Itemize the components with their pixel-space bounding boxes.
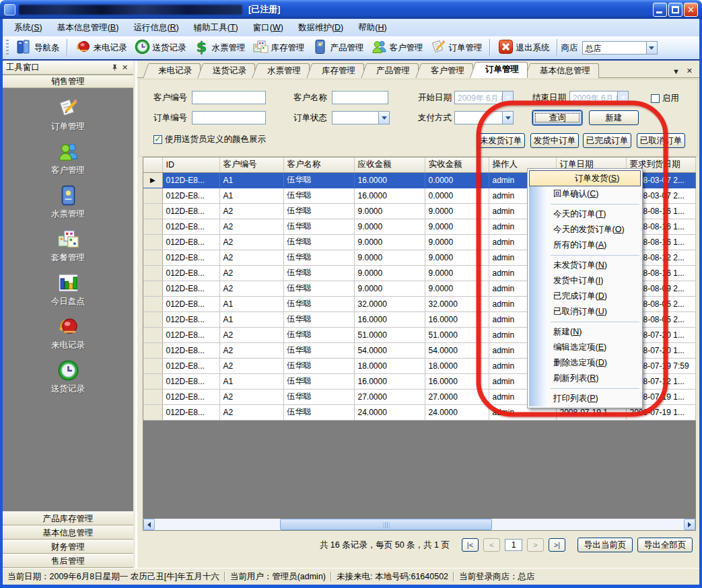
column-header-客户编号[interactable]: 客户编号 — [219, 157, 283, 172]
page-number-input[interactable] — [505, 539, 522, 551]
table-cell: 9.0000 — [425, 281, 489, 296]
tab-list-dropdown-icon[interactable]: ▼ — [672, 67, 680, 75]
menubar-item-T[interactable]: 辅助工具(T) — [186, 20, 246, 36]
close-button[interactable]: ✕ — [684, 3, 698, 17]
tab-基本信息管理[interactable]: 基本信息管理 — [530, 63, 599, 78]
export-current-page-button[interactable]: 导出当前页 — [577, 538, 633, 552]
sidebar-item-来电记录[interactable]: 来电记录 — [3, 315, 133, 351]
sidebar-group-sales[interactable]: 销售管理 — [3, 75, 133, 88]
pay-method-combo[interactable] — [454, 111, 514, 124]
query-button[interactable]: 查询 — [532, 110, 582, 125]
enable-checkbox[interactable]: 启用 — [651, 93, 679, 104]
toolbar-button-delivery-clock[interactable]: 送货记录 — [131, 37, 190, 59]
new-button[interactable]: 新建 — [589, 110, 639, 125]
sidebar-item-送货记录[interactable]: 送货记录 — [3, 359, 133, 395]
order-status-filter-button[interactable]: 发货中订单 — [530, 133, 579, 148]
context-menu-item-S[interactable]: 订单发货(S) — [529, 170, 641, 186]
context-menu-item-I[interactable]: 发货中订单(I) — [528, 273, 642, 289]
table-cell: 9.0000 — [354, 203, 425, 219]
tab-close-icon[interactable]: ✕ — [687, 67, 693, 75]
sidebar-group-售后管理[interactable]: 售后管理 — [3, 554, 133, 568]
next-page-button[interactable]: > — [527, 538, 544, 552]
tab-水票管理[interactable]: 水票管理 — [257, 63, 310, 78]
table-cell: 伍华聪 — [283, 234, 354, 250]
tab-客户管理[interactable]: 客户管理 — [421, 63, 473, 78]
customer-no-input[interactable] — [192, 91, 266, 104]
tab-订单管理[interactable]: 订单管理 — [475, 62, 528, 78]
toolbar-button-dollar[interactable]: $水票管理 — [190, 37, 249, 59]
scrollbar-thumb[interactable] — [280, 519, 492, 530]
menubar-item-W[interactable]: 窗口(W) — [246, 20, 291, 36]
menubar-item-D[interactable]: 数据维护(D) — [291, 20, 351, 36]
context-menu-item-O[interactable]: 今天的发货订单(O) — [528, 222, 642, 237]
scroll-left-arrow-icon[interactable] — [143, 519, 155, 530]
sidebar-item-今日盘点[interactable]: 今日盘点 — [3, 271, 133, 307]
chevron-down-icon[interactable] — [646, 42, 657, 54]
last-page-button[interactable]: >| — [549, 538, 565, 552]
close-panel-icon[interactable]: ✕ — [120, 63, 130, 73]
context-menu-item-D[interactable]: 已完成订单(D) — [528, 289, 642, 304]
tab-送货记录[interactable]: 送货记录 — [203, 63, 255, 78]
sidebar-group-财务管理[interactable]: 财务管理 — [3, 540, 133, 554]
menubar-item-B[interactable]: 基本信息管理(B) — [50, 20, 127, 36]
shop-combo[interactable]: 总店 — [582, 41, 658, 54]
pin-icon[interactable] — [110, 63, 120, 73]
menubar-item-R[interactable]: 运行信息(R) — [126, 20, 186, 36]
tab-来电记录[interactable]: 来电记录 — [148, 63, 201, 78]
column-header-ID[interactable]: ID — [162, 157, 219, 172]
toolbar-button-inventory-grid[interactable]: 库存管理 — [249, 37, 308, 59]
menubar-item-S[interactable]: 系统(S) — [7, 20, 50, 36]
column-header-客户名称[interactable]: 客户名称 — [283, 157, 354, 172]
order-status-filter-button[interactable]: 已取消订单 — [637, 133, 685, 148]
sidebar-group-产品库存管理[interactable]: 产品库存管理 — [3, 511, 133, 525]
context-menu-item-N[interactable]: 新建(N) — [528, 324, 642, 340]
first-page-button[interactable]: |< — [462, 538, 479, 552]
context-menu-item-R[interactable]: 刷新列表(R) — [528, 371, 642, 386]
order-status-filter-button[interactable]: 已完成订单 — [583, 133, 631, 148]
toolbar-button-order-pen[interactable]: 订单管理 — [427, 37, 486, 59]
context-menu-item-T[interactable]: 今天的订单(T) — [528, 207, 642, 222]
toolbar-button-product-card[interactable]: 产品管理 — [308, 37, 367, 59]
scroll-right-arrow-icon[interactable] — [684, 519, 695, 530]
sidebar-item-label: 送货记录 — [3, 383, 133, 395]
end-date-picker[interactable]: 2009年 6月 8日 — [569, 91, 629, 104]
sidebar-item-水票管理[interactable]: 水票管理 — [3, 184, 133, 220]
horizontal-scrollbar[interactable] — [143, 519, 695, 530]
toolbar-button-customers[interactable]: 客户管理 — [367, 37, 427, 59]
driver-color-checkbox[interactable]: 使用送货员定义的颜色展示 — [153, 134, 266, 145]
sidebar-group-基本信息管理[interactable]: 基本信息管理 — [3, 525, 133, 540]
order-status-filter-button[interactable]: 未发货订单 — [477, 133, 525, 148]
prev-page-button[interactable]: < — [483, 538, 500, 552]
context-menu-item-D[interactable]: 删除选定项(D) — [528, 355, 642, 371]
context-menu-item-C[interactable]: 回单确认(C) — [528, 186, 642, 202]
context-menu-item-U[interactable]: 已取消订单(U) — [528, 304, 642, 320]
toolbar-grip[interactable] — [6, 40, 9, 56]
context-menu-item-N[interactable]: 未发货订单(N) — [528, 258, 642, 273]
sidebar-item-订单管理[interactable]: 订单管理 — [3, 96, 133, 133]
context-menu-item-A[interactable]: 所有的订单(A) — [528, 237, 642, 253]
sidebar-item-客户管理[interactable]: 客户管理 — [3, 140, 133, 176]
menubar-item-H[interactable]: 帮助(H) — [351, 20, 394, 36]
table-cell: 18.0000 — [425, 358, 489, 373]
scrollbar-track[interactable] — [155, 519, 684, 530]
toolbar-button-exit[interactable]: 退出系统 — [494, 37, 553, 59]
sidebar-item-套餐管理[interactable]: 套餐管理 — [3, 227, 133, 264]
minimize-button[interactable] — [653, 3, 667, 17]
order-status-combo[interactable] — [332, 111, 390, 124]
context-menu-item-E[interactable]: 编辑选定项(E) — [528, 340, 642, 355]
table-cell: 伍华聪 — [283, 188, 354, 203]
customer-name-input[interactable] — [332, 91, 388, 104]
start-date-picker[interactable]: 2009年 6月 8日 — [454, 91, 514, 104]
export-all-pages-button[interactable]: 导出全部页 — [637, 538, 693, 552]
chevron-down-icon[interactable] — [378, 112, 389, 124]
tab-产品管理[interactable]: 产品管理 — [366, 63, 419, 78]
toolbar-button-incoming-call-bell[interactable]: 来电记录 — [71, 37, 131, 59]
maximize-button[interactable] — [668, 3, 682, 17]
chevron-down-icon[interactable] — [502, 112, 513, 124]
toolbar-button-navigator-book[interactable]: 导航条 — [12, 37, 63, 59]
column-header-实收金额[interactable]: 实收金额 — [425, 157, 489, 172]
context-menu-item-P[interactable]: 打印列表(P) — [528, 391, 642, 406]
column-header-应收金额[interactable]: 应收金额 — [354, 157, 425, 172]
tab-库存管理[interactable]: 库存管理 — [312, 63, 364, 78]
order-no-input[interactable] — [192, 111, 266, 124]
